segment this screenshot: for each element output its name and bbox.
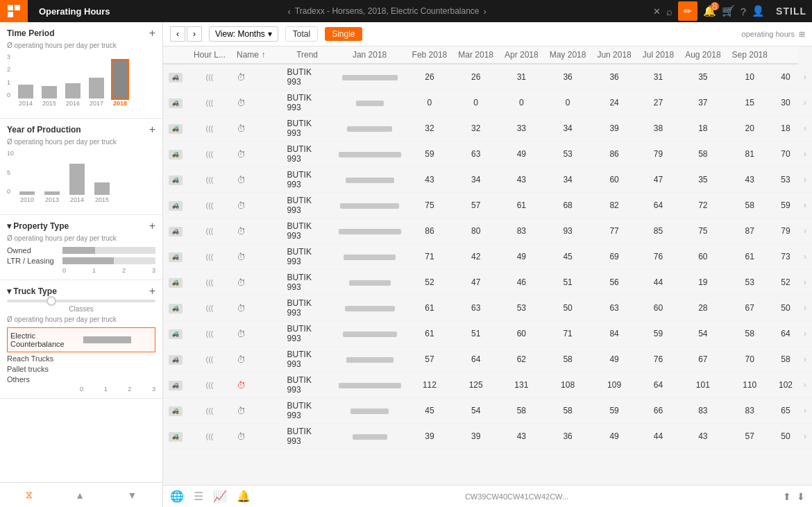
year-production-title: Year of Production [7, 125, 81, 135]
cell-arrow[interactable]: › [798, 347, 812, 372]
bar-2018-selected[interactable] [112, 60, 128, 98]
year-production-add-btn[interactable]: + [149, 124, 155, 135]
next-button[interactable]: › [187, 26, 202, 42]
cell-arrow[interactable]: › [798, 90, 812, 116]
view-dropdown[interactable]: View: Months ▾ [209, 26, 278, 42]
cell-apr: 53 [544, 141, 592, 167]
tab-single[interactable]: Single [325, 27, 362, 41]
col-sep[interactable]: Sep 2018 [727, 46, 773, 64]
user-icon[interactable]: 👤 [752, 5, 765, 17]
bar-2016[interactable] [65, 83, 81, 98]
table-row[interactable]: 🚜(((⏱BUTIK 993323233343938182018› [163, 116, 812, 141]
bar-2017[interactable] [89, 78, 104, 98]
cell-arrow[interactable]: › [798, 167, 812, 193]
sidebar-bottom: ⧖ ▲ ▼ [0, 482, 162, 507]
truck-electric-row[interactable]: ElectricCounterbalance [7, 327, 155, 352]
cell-arrow[interactable]: › [798, 64, 812, 90]
sort-desc-icon[interactable]: ▼ [127, 490, 137, 501]
table-row[interactable]: 🚜(((⏱BUTIK 99300002427371530› [163, 90, 812, 116]
col-hour-level[interactable]: Hour L... [188, 46, 231, 64]
svg-rect-3 [15, 12, 20, 17]
svg-rect-2 [8, 12, 13, 17]
table-row[interactable]: 🚜(((⏱BUTIK 993262631363631351040› [163, 64, 812, 90]
col-name[interactable]: Name ↑ [231, 46, 282, 64]
cell-aug: 87 [727, 218, 773, 244]
help-icon[interactable]: ? [741, 6, 746, 17]
table-row[interactable]: 🚜(((⏱BUTIK 993755761688264725859› [163, 193, 812, 218]
tab-total[interactable]: Total [285, 26, 318, 42]
bar-2013[interactable] [44, 191, 60, 195]
property-type-add-btn[interactable]: + [149, 221, 155, 232]
edit-icon[interactable]: ✏ [678, 1, 697, 21]
col-may[interactable]: May 2018 [544, 46, 592, 64]
signal-icon-cell: ((( [188, 270, 231, 295]
cell-name: BUTIK 993 [282, 90, 333, 116]
notification-badge[interactable]: 🔔 8 [703, 5, 716, 17]
bar-2015[interactable] [42, 86, 57, 98]
cell-arrow[interactable]: › [798, 424, 812, 449]
signal-icon-cell: ((( [188, 64, 231, 90]
cell-arrow[interactable]: › [798, 372, 812, 398]
bar-2015[interactable] [94, 182, 110, 195]
table-row[interactable]: 🚜(((⏱BUTIK 993616353506360286750› [163, 295, 812, 321]
cell-jul: 35 [679, 167, 726, 193]
bar-2010[interactable] [19, 191, 35, 195]
table-row[interactable]: 🚜(((⏱BUTIK 993524746515644195352› [163, 270, 812, 295]
table-row[interactable]: 🚜(((⏱BUTIK 993433443346047354353› [163, 167, 812, 193]
table-row[interactable]: 🚜(((⏱BUTIK 993615160718459545864› [163, 321, 812, 347]
table-row[interactable]: 🚜(((⏱BUTIK 993868083937785758779› [163, 218, 812, 244]
col-feb[interactable]: Feb 2018 [407, 46, 453, 64]
cell-arrow[interactable]: › [798, 116, 812, 141]
sidebar: Time Period + Ø operating hours per day … [0, 22, 163, 507]
app-logo[interactable] [0, 0, 28, 22]
footer-tab-chart[interactable]: 📈 [213, 490, 227, 503]
footer-tab-globe[interactable]: 🌐 [170, 490, 184, 503]
cell-arrow[interactable]: › [798, 295, 812, 321]
col-jan[interactable]: Jan 2018 [333, 46, 407, 64]
close-icon[interactable]: ✕ [653, 6, 661, 17]
cell-feb: 80 [452, 218, 499, 244]
col-jun[interactable]: Jun 2018 [591, 46, 636, 64]
cell-arrow[interactable]: › [798, 270, 812, 295]
col-apr[interactable]: Apr 2018 [499, 46, 544, 64]
col-trend[interactable]: Trend [282, 46, 333, 64]
export-up-icon[interactable]: ⬆ [783, 491, 791, 502]
cell-name: BUTIK 993 [282, 64, 333, 90]
cell-arrow[interactable]: › [798, 193, 812, 218]
nav-next-icon[interactable]: › [484, 6, 487, 17]
cart-icon[interactable]: 🛒 [722, 5, 735, 17]
table-row[interactable]: 🚜(((⏱BUTIK 99311212513110810964101110102… [163, 372, 812, 398]
footer-tab-list[interactable]: ☰ [194, 490, 203, 503]
filter-icon[interactable]: ⧖ [26, 489, 33, 501]
footer-tab-alert[interactable]: 🔔 [237, 490, 251, 503]
cell-arrow[interactable]: › [798, 244, 812, 270]
time-period-add-btn[interactable]: + [149, 28, 155, 39]
cell-may: 109 [591, 372, 636, 398]
cell-jul: 60 [679, 244, 726, 270]
col-jul[interactable]: Jul 2018 [637, 46, 679, 64]
prev-button[interactable]: ‹ [170, 26, 185, 42]
sort-asc-icon[interactable]: ▲ [75, 490, 85, 501]
table-row[interactable]: 🚜(((⏱BUTIK 993596349538679588170› [163, 141, 812, 167]
table-row[interactable]: 🚜(((⏱BUTIK 993576462584976677058› [163, 347, 812, 372]
truck-type-slider[interactable] [7, 300, 155, 302]
col-aug[interactable]: Aug 2018 [679, 46, 726, 64]
clock-icon-cell: ⏱ [231, 398, 282, 424]
table-row[interactable]: 🚜(((⏱BUTIK 993393943364944435750› [163, 424, 812, 449]
nav-prev-icon[interactable]: ‹ [287, 6, 290, 17]
cell-arrow[interactable]: › [798, 141, 812, 167]
cell-arrow[interactable]: › [798, 321, 812, 347]
search-icon[interactable]: ⌕ [666, 6, 673, 17]
export-down-icon[interactable]: ⬇ [797, 491, 805, 502]
bar-2014[interactable] [69, 164, 85, 195]
cell-arrow[interactable]: › [798, 218, 812, 244]
bar-2014[interactable] [18, 85, 33, 98]
grid-view-icon[interactable]: ⊞ [799, 30, 805, 39]
table-row[interactable]: 🚜(((⏱BUTIK 993714249456976606173› [163, 244, 812, 270]
cell-name: BUTIK 993 [282, 193, 333, 218]
col-mar[interactable]: Mar 2018 [452, 46, 499, 64]
table-row[interactable]: 🚜(((⏱BUTIK 993455458585966838365› [163, 398, 812, 424]
truck-type-add-btn[interactable]: + [149, 286, 155, 297]
cell-trend [333, 295, 407, 321]
cell-arrow[interactable]: › [798, 398, 812, 424]
